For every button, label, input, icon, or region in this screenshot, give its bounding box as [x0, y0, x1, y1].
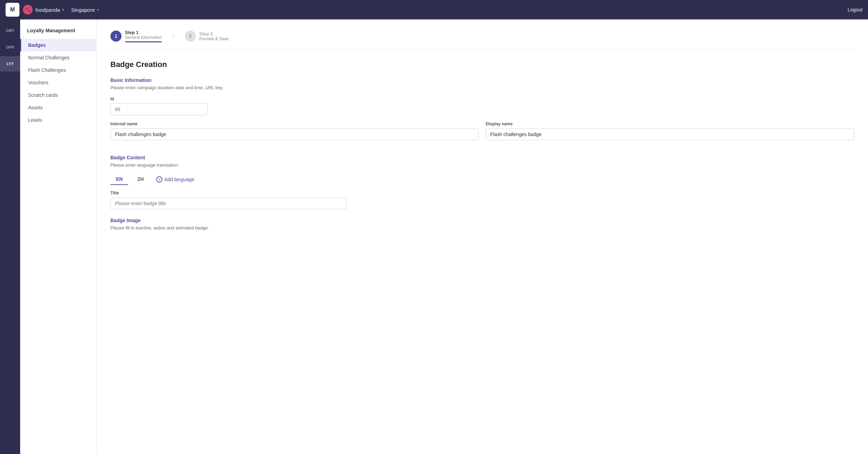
badge-content-desc: Please enter language translation. — [110, 162, 854, 168]
brand-icon: 🐾 — [23, 5, 33, 15]
tab-ofr[interactable]: OFR — [0, 40, 20, 55]
step-2-info: Step 2 Preview & Save — [199, 31, 229, 41]
badge-image-desc: Please fill in inactive, active and anim… — [110, 225, 854, 230]
tab-cmt[interactable]: CMT — [0, 23, 20, 38]
step-1-info: Step 1 General Information — [125, 30, 162, 42]
id-label: Id — [110, 96, 854, 101]
left-tab-bar: CMT OFR LYT — [0, 19, 20, 454]
step-separator-icon: › — [172, 33, 174, 40]
title-input[interactable] — [110, 197, 347, 209]
badge-image-title: Badge Image — [110, 218, 854, 223]
lang-tab-en[interactable]: EN — [110, 174, 128, 185]
basic-info-title: Basic Information — [110, 77, 854, 83]
sidebar-item-vouchers[interactable]: Vouchers — [20, 76, 96, 89]
stepper: 1 Step 1 General Information › 2 Step 2 … — [110, 30, 854, 50]
sidebar-item-badges[interactable]: Badges — [20, 39, 96, 51]
badge-content-section: Badge Content Please enter language tran… — [110, 155, 854, 209]
title-field-group: Title — [110, 191, 854, 209]
badge-image-section: Badge Image Please fill in inactive, act… — [110, 218, 854, 230]
step-1-sub: General Information — [125, 35, 162, 40]
logo-box: M — [6, 3, 19, 17]
step-2-circle: 2 — [185, 31, 196, 42]
display-name-input[interactable] — [486, 128, 854, 140]
page-title: Badge Creation — [110, 60, 854, 69]
region-selector[interactable]: Singapore ▾ — [71, 7, 99, 13]
region-caret-icon: ▾ — [97, 8, 99, 12]
language-tabs: EN ZH + Add language — [110, 174, 854, 185]
sidebar-item-assets[interactable]: Assets — [20, 101, 96, 114]
sidebar: Loyalty Management Badges Normal Challen… — [20, 19, 97, 454]
top-navigation: M 🐾 foodpanda ▾ Singapore ▾ Logout — [0, 0, 868, 19]
display-name-group: Display name — [486, 121, 854, 140]
sidebar-item-normal-challenges[interactable]: Normal Challenges — [20, 51, 96, 64]
step-1: 1 Step 1 General Information — [110, 30, 162, 42]
brand-caret-icon: ▾ — [62, 8, 64, 12]
logo-letter: M — [10, 7, 15, 13]
sidebar-item-levels[interactable]: Levels — [20, 114, 96, 126]
lang-tab-zh[interactable]: ZH — [132, 174, 149, 185]
step-1-circle: 1 — [110, 31, 122, 42]
sidebar-item-scratch-cards[interactable]: Scratch cards — [20, 89, 96, 101]
main-content: 1 Step 1 General Information › 2 Step 2 … — [97, 19, 868, 454]
internal-name-input[interactable] — [110, 128, 479, 140]
display-name-label: Display name — [486, 121, 854, 126]
step-2: 2 Step 2 Preview & Save — [185, 31, 229, 42]
step-2-label: Step 2 — [199, 31, 229, 36]
name-fields-row: Internal name Display name — [110, 121, 854, 146]
brand-name[interactable]: foodpanda ▾ — [35, 7, 64, 13]
add-lang-circle-icon: + — [156, 176, 162, 183]
logout-button[interactable]: Logout — [848, 7, 862, 12]
add-language-button[interactable]: + Add language — [153, 174, 198, 185]
id-field-group: Id — [110, 96, 854, 115]
internal-name-group: Internal name — [110, 121, 479, 140]
sidebar-title: Loyalty Management — [20, 25, 96, 39]
step-1-underline — [125, 41, 162, 42]
tab-lyt[interactable]: LYT — [0, 56, 20, 72]
step-2-sub: Preview & Save — [199, 36, 229, 41]
internal-name-label: Internal name — [110, 121, 479, 126]
sidebar-item-flash-challenges[interactable]: Flash Challenges — [20, 64, 96, 76]
basic-info-desc: Please enter campaign duration date and … — [110, 85, 854, 90]
badge-content-title: Badge Content — [110, 155, 854, 160]
step-1-label: Step 1 — [125, 30, 162, 35]
basic-information-section: Basic Information Please enter campaign … — [110, 77, 854, 146]
title-label: Title — [110, 191, 854, 195]
id-input[interactable] — [110, 103, 208, 115]
